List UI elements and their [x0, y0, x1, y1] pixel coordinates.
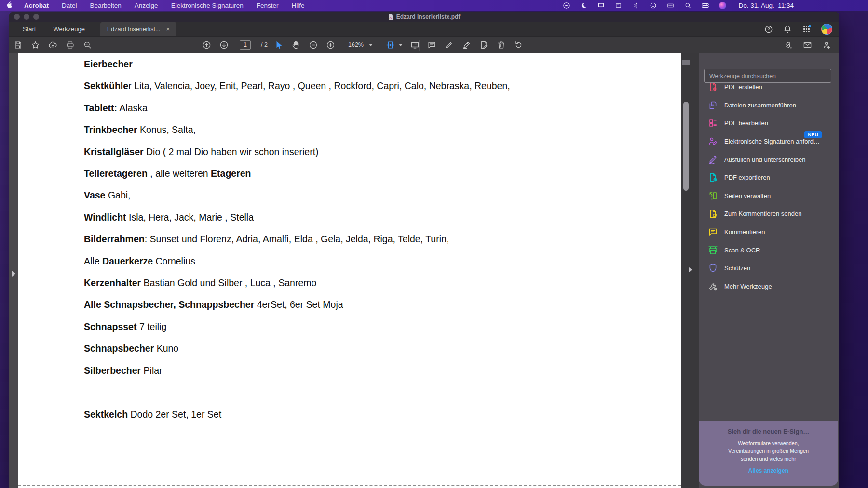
expand-right-panel-icon[interactable] — [689, 267, 692, 273]
window-titlebar: A Edzard Inserierliste.pdf — [9, 12, 839, 22]
send-mail-icon[interactable] — [803, 40, 812, 50]
select-cursor-icon[interactable] — [274, 40, 283, 50]
menubar-clock: Do. 31. Aug. 11:34 — [738, 2, 794, 9]
display-icon[interactable] — [597, 2, 605, 9]
highlighter-icon[interactable] — [445, 40, 454, 50]
traffic-lights — [14, 14, 39, 20]
wrench-plus-icon — [708, 281, 718, 291]
siri-icon[interactable] — [719, 2, 726, 9]
tab-bar: Start Werkzeuge Edzard Inserierlist... × — [9, 22, 839, 36]
doc-plus-icon — [708, 82, 718, 92]
rotate-pages-icon[interactable] — [514, 40, 523, 50]
menu-hilfe[interactable]: Hilfe — [292, 2, 305, 9]
page-total-label: / 2 — [261, 41, 268, 48]
tool-item-layout-edit[interactable]: PDF bearbeiten — [699, 114, 839, 132]
zoom-in-icon[interactable] — [326, 40, 335, 50]
menubar-status: Do. 31. Aug. 11:34 — [563, 2, 794, 9]
tab-close-icon[interactable]: × — [166, 26, 170, 33]
menubar-items: AcrobatDateiBearbeitenAnzeigeElektronisc… — [24, 2, 305, 9]
share-link-icon[interactable] — [784, 40, 793, 50]
zoom-level-value[interactable]: 162% — [348, 41, 364, 48]
minimize-window-button[interactable] — [24, 14, 29, 20]
menu-acrobat[interactable]: Acrobat — [24, 2, 49, 9]
bluetooth-icon[interactable] — [632, 2, 639, 9]
scrollbar-thumb[interactable] — [683, 102, 689, 191]
star-icon[interactable] — [31, 40, 40, 50]
keyboard-icon[interactable] — [667, 2, 674, 9]
menu-anzeige[interactable]: Anzeige — [135, 2, 158, 9]
app-grid-icon[interactable] — [802, 25, 811, 34]
fit-width-icon[interactable] — [386, 40, 395, 50]
apple-icon[interactable] — [6, 1, 13, 9]
person-add-icon[interactable] — [822, 40, 831, 50]
tool-item-comment-lines[interactable]: Kommentieren — [699, 223, 839, 241]
control-center-icon[interactable] — [702, 2, 709, 9]
doc-line — [84, 382, 681, 403]
print-icon[interactable] — [66, 40, 75, 50]
creative-cloud-icon[interactable] — [563, 2, 570, 9]
tab-document[interactable]: Edzard Inserierlist... × — [100, 22, 176, 36]
moon-icon[interactable] — [580, 2, 587, 9]
zoom-window-button[interactable] — [33, 14, 39, 20]
presentation-icon[interactable] — [410, 40, 420, 50]
arrow-up-circle-icon[interactable] — [202, 40, 211, 50]
sign-pen-icon[interactable] — [462, 40, 471, 50]
layout-edit-icon — [708, 118, 718, 128]
tool-item-shield[interactable]: Schützen — [699, 259, 839, 277]
input-source-icon[interactable] — [615, 2, 622, 9]
promo-show-all-link[interactable]: Alles anzeigen — [748, 467, 788, 474]
pdf-text: EierbecherSektkühler Lita, Valencia, Joe… — [18, 53, 681, 425]
tool-item-scan[interactable]: Scan & OCR — [699, 241, 839, 259]
doc-line: Kerzenhalter Bastian Gold und Silber , L… — [84, 272, 681, 294]
page-break-dashed-line — [18, 485, 681, 486]
tool-item-doc-export[interactable]: PDF exportieren — [699, 169, 839, 187]
face-circle-icon[interactable] — [650, 2, 657, 9]
tab-start[interactable]: Start — [14, 22, 44, 36]
pages-manage-icon — [708, 191, 718, 201]
pen-squiggle-icon — [708, 155, 718, 165]
tool-item-label: Elektronische Signaturen anford… — [724, 138, 820, 145]
fit-caret-icon[interactable] — [399, 44, 403, 46]
tool-item-doc-plus[interactable]: PDF erstellen — [699, 78, 839, 96]
doc-line: Trinkbecher Konus, Salta, — [84, 119, 681, 141]
doc-line: Windlicht Isla, Hera, Jack, Marie , Stel… — [84, 207, 681, 228]
menu-elektronische-signaturen[interactable]: Elektronische Signaturen — [171, 2, 244, 9]
menu-datei[interactable]: Datei — [62, 2, 77, 9]
doc-line: Silberbecher Pilar — [84, 360, 681, 382]
tool-item-wrench-plus[interactable]: Mehr Werkzeuge — [699, 277, 839, 296]
tab-werkzeuge[interactable]: Werkzeuge — [44, 22, 94, 36]
doc-line: Sektkelch Dodo 2er Set, 1er Set — [84, 404, 681, 425]
bell-icon[interactable] — [783, 25, 792, 34]
zoom-caret-icon[interactable] — [369, 44, 373, 46]
save-icon[interactable] — [14, 40, 23, 50]
tool-item-label: Scan & OCR — [724, 247, 760, 254]
spotlight-icon[interactable] — [684, 2, 692, 9]
edit-page-icon[interactable] — [479, 40, 488, 50]
person-pen-icon — [708, 136, 718, 146]
tool-item-pages-manage[interactable]: Seiten verwalten — [699, 187, 839, 205]
pdf-doc-icon: A — [388, 14, 393, 20]
shield-icon — [708, 263, 718, 273]
menu-fenster[interactable]: Fenster — [257, 2, 279, 9]
doc-line: Alle Dauerkerze Cornelius — [84, 251, 681, 272]
tool-item-pen-squiggle[interactable]: Ausfüllen und unterschreiben — [699, 150, 839, 169]
close-window-button[interactable] — [14, 14, 20, 20]
tool-item-label: Mehr Werkzeuge — [724, 283, 772, 290]
toolbar-divider — [419, 40, 420, 51]
tool-item-doc-comment[interactable]: Zum Kommentieren senden — [699, 205, 839, 223]
avatar[interactable] — [821, 24, 832, 35]
zoom-out-icon[interactable] — [309, 40, 318, 50]
trash-icon[interactable] — [497, 40, 506, 50]
tool-item-person-pen[interactable]: Elektronische Signaturen anford…NEU — [699, 132, 839, 151]
macos-menubar: AcrobatDateiBearbeitenAnzeigeElektronisc… — [0, 0, 868, 11]
tool-item-docs-merge[interactable]: Dateien zusammenführen — [699, 96, 839, 115]
hand-icon[interactable] — [291, 40, 300, 50]
menu-bearbeiten[interactable]: Bearbeiten — [90, 2, 122, 9]
expand-left-panel-icon[interactable] — [12, 271, 15, 277]
page-number-input[interactable]: 1 — [240, 40, 251, 50]
help-icon[interactable] — [764, 25, 773, 34]
cloud-upload-icon[interactable] — [48, 40, 57, 50]
comment-icon[interactable] — [427, 40, 436, 50]
search-icon[interactable] — [83, 40, 92, 50]
arrow-down-circle-icon[interactable] — [219, 40, 229, 50]
